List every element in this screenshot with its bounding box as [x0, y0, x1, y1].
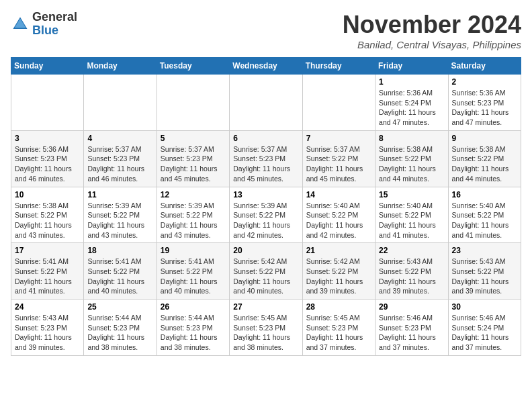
- logo-general: General: [32, 10, 77, 24]
- day-info: Sunrise: 5:39 AM Sunset: 5:22 PM Dayligh…: [233, 201, 298, 240]
- day-number: 18: [87, 246, 152, 255]
- calendar-cell: 13Sunrise: 5:39 AM Sunset: 5:22 PM Dayli…: [230, 187, 302, 243]
- calendar-cell: 6Sunrise: 5:37 AM Sunset: 5:23 PM Daylig…: [230, 130, 302, 187]
- day-number: 25: [87, 302, 152, 312]
- calendar-cell: 26Sunrise: 5:44 AM Sunset: 5:23 PM Dayli…: [157, 300, 229, 356]
- day-info: Sunrise: 5:37 AM Sunset: 5:23 PM Dayligh…: [233, 144, 298, 184]
- day-info: Sunrise: 5:43 AM Sunset: 5:23 PM Dayligh…: [15, 313, 80, 353]
- calendar-cell: 15Sunrise: 5:40 AM Sunset: 5:22 PM Dayli…: [375, 187, 448, 243]
- day-number: 20: [233, 246, 298, 255]
- day-number: 16: [452, 190, 517, 199]
- calendar-week-row: 3Sunrise: 5:36 AM Sunset: 5:23 PM Daylig…: [11, 130, 521, 187]
- day-info: Sunrise: 5:38 AM Sunset: 5:22 PM Dayligh…: [379, 144, 444, 184]
- day-number: 9: [452, 134, 517, 143]
- calendar-cell: 1Sunrise: 5:36 AM Sunset: 5:24 PM Daylig…: [375, 75, 448, 131]
- day-info: Sunrise: 5:46 AM Sunset: 5:23 PM Dayligh…: [379, 313, 444, 353]
- day-number: 17: [15, 246, 80, 255]
- day-info: Sunrise: 5:44 AM Sunset: 5:23 PM Dayligh…: [87, 313, 152, 353]
- day-info: Sunrise: 5:37 AM Sunset: 5:22 PM Dayligh…: [306, 144, 371, 184]
- day-number: 27: [233, 302, 298, 312]
- day-number: 7: [306, 134, 371, 143]
- weekday-header: Monday: [84, 58, 157, 75]
- calendar-cell: 18Sunrise: 5:41 AM Sunset: 5:22 PM Dayli…: [84, 243, 157, 300]
- day-number: 2: [452, 77, 517, 87]
- calendar-table: SundayMondayTuesdayWednesdayThursdayFrid…: [11, 57, 521, 356]
- location: Banilad, Central Visayas, Philippines: [343, 39, 521, 50]
- day-number: 10: [15, 190, 80, 199]
- day-number: 28: [306, 302, 371, 312]
- day-info: Sunrise: 5:41 AM Sunset: 5:22 PM Dayligh…: [15, 257, 80, 296]
- day-info: Sunrise: 5:46 AM Sunset: 5:24 PM Dayligh…: [452, 313, 517, 353]
- day-number: 3: [15, 134, 80, 143]
- day-info: Sunrise: 5:36 AM Sunset: 5:23 PM Dayligh…: [15, 144, 80, 184]
- day-number: 30: [452, 302, 517, 312]
- calendar-cell: 23Sunrise: 5:43 AM Sunset: 5:22 PM Dayli…: [448, 243, 521, 300]
- day-info: Sunrise: 5:43 AM Sunset: 5:22 PM Dayligh…: [379, 257, 444, 296]
- calendar-cell: 8Sunrise: 5:38 AM Sunset: 5:22 PM Daylig…: [375, 130, 448, 187]
- day-info: Sunrise: 5:37 AM Sunset: 5:23 PM Dayligh…: [87, 144, 152, 184]
- day-info: Sunrise: 5:39 AM Sunset: 5:22 PM Dayligh…: [161, 201, 226, 240]
- day-info: Sunrise: 5:36 AM Sunset: 5:24 PM Dayligh…: [379, 88, 444, 128]
- weekday-header: Sunday: [11, 58, 84, 75]
- month-title: November 2024: [343, 11, 521, 39]
- calendar-cell: 27Sunrise: 5:45 AM Sunset: 5:23 PM Dayli…: [230, 300, 302, 356]
- calendar-cell: [157, 75, 229, 131]
- calendar-cell: 22Sunrise: 5:43 AM Sunset: 5:22 PM Dayli…: [375, 243, 448, 300]
- day-number: 11: [87, 190, 152, 199]
- calendar-cell: 11Sunrise: 5:39 AM Sunset: 5:22 PM Dayli…: [84, 187, 157, 243]
- day-number: 1: [379, 77, 444, 87]
- weekday-header-row: SundayMondayTuesdayWednesdayThursdayFrid…: [11, 58, 521, 75]
- calendar-cell: 14Sunrise: 5:40 AM Sunset: 5:22 PM Dayli…: [302, 187, 375, 243]
- calendar-cell: 17Sunrise: 5:41 AM Sunset: 5:22 PM Dayli…: [11, 243, 84, 300]
- weekday-header: Wednesday: [230, 58, 302, 75]
- day-info: Sunrise: 5:40 AM Sunset: 5:22 PM Dayligh…: [379, 201, 444, 240]
- day-info: Sunrise: 5:38 AM Sunset: 5:22 PM Dayligh…: [452, 144, 517, 184]
- logo-text: General Blue: [32, 11, 77, 38]
- calendar-week-row: 10Sunrise: 5:38 AM Sunset: 5:22 PM Dayli…: [11, 187, 521, 243]
- day-info: Sunrise: 5:42 AM Sunset: 5:22 PM Dayligh…: [233, 257, 298, 296]
- calendar-cell: 10Sunrise: 5:38 AM Sunset: 5:22 PM Dayli…: [11, 187, 84, 243]
- day-info: Sunrise: 5:41 AM Sunset: 5:22 PM Dayligh…: [87, 257, 152, 296]
- day-number: 19: [161, 246, 226, 255]
- calendar-cell: 12Sunrise: 5:39 AM Sunset: 5:22 PM Dayli…: [157, 187, 229, 243]
- calendar-cell: 3Sunrise: 5:36 AM Sunset: 5:23 PM Daylig…: [11, 130, 84, 187]
- day-number: 22: [379, 246, 444, 255]
- day-info: Sunrise: 5:37 AM Sunset: 5:23 PM Dayligh…: [161, 144, 226, 184]
- day-number: 24: [15, 302, 80, 312]
- day-info: Sunrise: 5:36 AM Sunset: 5:23 PM Dayligh…: [452, 88, 517, 128]
- day-info: Sunrise: 5:39 AM Sunset: 5:22 PM Dayligh…: [87, 201, 152, 240]
- weekday-header: Saturday: [448, 58, 521, 75]
- calendar-cell: 19Sunrise: 5:41 AM Sunset: 5:22 PM Dayli…: [157, 243, 229, 300]
- calendar-cell: 16Sunrise: 5:40 AM Sunset: 5:22 PM Dayli…: [448, 187, 521, 243]
- day-number: 15: [379, 190, 444, 199]
- day-number: 14: [306, 190, 371, 199]
- day-info: Sunrise: 5:41 AM Sunset: 5:22 PM Dayligh…: [161, 257, 226, 296]
- day-info: Sunrise: 5:38 AM Sunset: 5:22 PM Dayligh…: [15, 201, 80, 240]
- day-number: 21: [306, 246, 371, 255]
- day-info: Sunrise: 5:40 AM Sunset: 5:22 PM Dayligh…: [306, 201, 371, 240]
- title-section: November 2024 Banilad, Central Visayas, …: [343, 11, 521, 50]
- calendar-cell: [302, 75, 375, 131]
- day-info: Sunrise: 5:43 AM Sunset: 5:22 PM Dayligh…: [452, 257, 517, 296]
- day-number: 29: [379, 302, 444, 312]
- calendar-cell: [11, 75, 84, 131]
- calendar-cell: 2Sunrise: 5:36 AM Sunset: 5:23 PM Daylig…: [448, 75, 521, 131]
- day-number: 8: [379, 134, 444, 143]
- calendar-cell: 24Sunrise: 5:43 AM Sunset: 5:23 PM Dayli…: [11, 300, 84, 356]
- day-number: 12: [161, 190, 226, 199]
- calendar-cell: 29Sunrise: 5:46 AM Sunset: 5:23 PM Dayli…: [375, 300, 448, 356]
- day-info: Sunrise: 5:42 AM Sunset: 5:22 PM Dayligh…: [306, 257, 371, 296]
- day-number: 13: [233, 190, 298, 199]
- day-number: 23: [452, 246, 517, 255]
- calendar-cell: 28Sunrise: 5:45 AM Sunset: 5:23 PM Dayli…: [302, 300, 375, 356]
- calendar-cell: 4Sunrise: 5:37 AM Sunset: 5:23 PM Daylig…: [84, 130, 157, 187]
- logo-blue: Blue: [32, 24, 58, 37]
- calendar-cell: 20Sunrise: 5:42 AM Sunset: 5:22 PM Dayli…: [230, 243, 302, 300]
- day-info: Sunrise: 5:44 AM Sunset: 5:23 PM Dayligh…: [161, 313, 226, 353]
- calendar-cell: 5Sunrise: 5:37 AM Sunset: 5:23 PM Daylig…: [157, 130, 229, 187]
- page-header: General Blue November 2024 Banilad, Cent…: [11, 11, 521, 50]
- day-number: 26: [161, 302, 226, 312]
- weekday-header: Thursday: [302, 58, 375, 75]
- calendar-cell: 7Sunrise: 5:37 AM Sunset: 5:22 PM Daylig…: [302, 130, 375, 187]
- calendar-cell: [84, 75, 157, 131]
